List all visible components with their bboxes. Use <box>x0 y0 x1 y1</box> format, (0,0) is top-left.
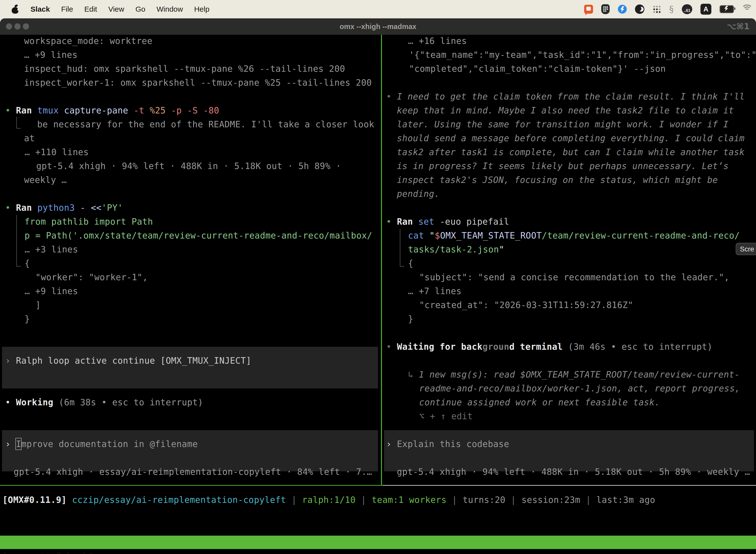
command-line: • Ran set -euo pipefail <box>386 215 509 229</box>
input-placeholder-line: › Improve documentation in @filename <box>5 437 198 451</box>
menu-item-window[interactable]: Window <box>156 5 183 13</box>
thinking-line: inspect task2's JSON, focusing on the st… <box>397 173 718 187</box>
shield-grid-icon[interactable] <box>601 4 610 14</box>
command-line: • Ran tmux capture-pane -t %25 -p -S -80 <box>5 104 219 117</box>
notification-line: ↳ 1 new msg(s): read $OMX_TEAM_STATE_ROO… <box>408 368 740 382</box>
macos-menu-bar: SlackFileEditViewGoWindowHelp § ..61 A <box>0 0 756 18</box>
apple-menu-icon[interactable] <box>11 5 19 14</box>
chat-app-icon[interactable] <box>584 5 593 14</box>
menu-item-slack[interactable]: Slack <box>30 5 50 13</box>
edit-hint-line: ⌥ + ↑ edit <box>419 409 473 423</box>
badge-61-icon[interactable]: ..61 <box>682 4 692 14</box>
menu-bar-status-icons: § ..61 A <box>584 4 752 15</box>
queued-message-banner <box>2 347 378 388</box>
queued-message-line: › Ralph loop active continue [OMX_TMUX_I… <box>5 354 251 368</box>
output-line: … +16 lines <box>408 35 467 48</box>
left-pane-bottom-border <box>0 485 381 486</box>
output-line: workspace_mode: worktree <box>24 35 152 48</box>
terminal-window: omx --xhigh --madmax ⌥⌘1 workspace_mode:… <box>0 18 756 554</box>
thinking-line: is in progress? It seems likely but perh… <box>397 159 729 173</box>
model-status-line: gpt-5.4 xhigh · 94% left · 488K in · 5.1… <box>397 465 750 479</box>
notification-line: continue assigned work or next feasible … <box>419 395 660 409</box>
code-line: from pathlib import Path <box>24 215 153 229</box>
output-line: "created_at": "2026-03-31T11:59:27.816Z" <box>419 298 633 312</box>
output-line: "completed","claim_token":"claim-token"}… <box>409 62 666 76</box>
screen: SlackFileEditViewGoWindowHelp § ..61 A o… <box>0 0 756 554</box>
output-line: at <box>24 131 35 145</box>
output-line: } <box>24 312 30 326</box>
moon-circle-icon[interactable] <box>635 4 644 14</box>
left-terminal-pane[interactable]: workspace_mode: worktree… +9 linesinspec… <box>0 35 378 485</box>
tmux-status-bar: [omx-cczip0:bash* "MacBook-Pro-44.local"… <box>0 536 756 549</box>
output-line: } <box>408 312 414 326</box>
menu-item-edit[interactable]: Edit <box>84 5 97 13</box>
output-line: inspect_worker-1: omx sparkshell --tmux-… <box>24 76 372 90</box>
letter-a-app-icon[interactable]: A <box>700 4 711 15</box>
menu-item-view[interactable]: View <box>108 5 124 13</box>
screen-tooltip: Scre <box>736 243 756 255</box>
pane-divider[interactable] <box>381 35 382 486</box>
output-line: { <box>408 257 414 270</box>
battery-charging-icon[interactable] <box>719 5 734 13</box>
window-title: omx --xhigh --madmax <box>0 18 756 35</box>
output-line: weekly … <box>24 173 67 187</box>
output-line: "worker": "worker-1", <box>36 270 148 284</box>
output-line: '{"team_name":"my-team","task_id":"1","f… <box>409 48 756 62</box>
thinking-line: • I need to get the claim token from the… <box>386 90 745 104</box>
blue-bolt-icon[interactable] <box>618 5 627 14</box>
code-line: p = Path('.omx/state/team/review-current… <box>24 229 372 242</box>
output-connector <box>400 229 404 267</box>
right-pane-bottom-border <box>382 485 756 486</box>
command-line: • Ran python3 - <<'PY' <box>5 201 123 215</box>
model-status-line: gpt-5.4 xhigh · essay/ai-reimplementatio… <box>14 465 372 479</box>
thinking-line: keep that in mind. Maybe I also need the… <box>397 104 734 117</box>
thinking-line: should send a message before completing … <box>397 131 745 145</box>
menu-item-file[interactable]: File <box>61 5 73 13</box>
menu-item-help[interactable]: Help <box>194 5 209 13</box>
output-line: ] <box>36 298 41 312</box>
output-line: inspect_hud: omx sparkshell --tmux-pane … <box>24 62 345 76</box>
output-line: … +7 lines <box>408 284 461 298</box>
waiting-status-line: • Waiting for background terminal (3m 46… <box>386 340 712 354</box>
output-line: gpt-5.4 xhigh · 94% left · 488K in · 5.1… <box>36 159 341 173</box>
output-line: … +9 lines <box>24 284 78 298</box>
omx-status-line: [OMX#0.11.9] cczip/essay/ai-reimplementa… <box>2 493 655 507</box>
working-status-line: • Working (6m 38s • esc to interrupt) <box>5 395 203 409</box>
output-line: { <box>24 257 30 270</box>
thinking-line: later. Using the same for transition mig… <box>397 117 729 131</box>
thinking-line: pending. <box>397 187 440 201</box>
right-terminal-pane[interactable]: Scre … +16 lines'{"team_name":"my-team",… <box>384 35 756 485</box>
window-title-bar[interactable]: omx --xhigh --madmax ⌥⌘1 <box>0 18 756 35</box>
thinking-line: task2 after task1 is complete, but can I… <box>397 145 745 159</box>
output-line: … +9 lines <box>24 48 78 62</box>
code-line: cat "$OMX_TEAM_STATE_ROOT/team/review-cu… <box>408 229 740 242</box>
notification-line: readme-and-reco/mailbox/worker-1.json, a… <box>419 382 740 395</box>
output-line: "subject": "send a concise recommendatio… <box>419 270 730 284</box>
section-squiggle-icon[interactable]: § <box>669 5 674 14</box>
output-line: … +3 lines <box>24 242 78 257</box>
tmux-session-label: [omx-cczip0:bash* <box>2 549 93 554</box>
output-line: be necessary for the end of the README. … <box>37 117 374 131</box>
output-connector <box>16 215 21 267</box>
code-line: tasks/task-2.json" <box>408 242 504 257</box>
input-placeholder-line: › Explain this codebase <box>386 437 509 451</box>
wifi-icon[interactable] <box>742 5 752 13</box>
text-cursor: I <box>16 439 21 449</box>
dots-grid-icon[interactable] <box>652 5 661 13</box>
output-line: … +110 lines <box>24 145 89 159</box>
output-connector <box>16 117 21 128</box>
menu-items: SlackFileEditViewGoWindowHelp <box>30 5 209 13</box>
menu-item-go[interactable]: Go <box>135 5 145 13</box>
window-shortcut-badge: ⌥⌘1 <box>727 18 750 35</box>
